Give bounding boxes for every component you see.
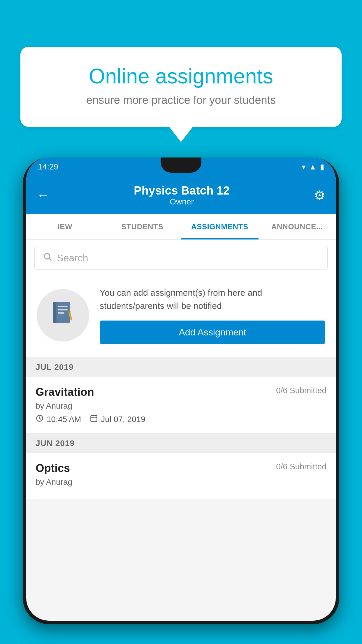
app-header: ← Physics Batch 12 Owner ⚙ xyxy=(26,176,336,214)
assignment-row-top-optics: Optics 0/6 Submitted xyxy=(36,462,326,475)
phone-container: 14:29 ▾ ▲ ▮ ← Physics Batch 12 Owner ⚙ xyxy=(23,158,339,644)
signal-icon: ▲ xyxy=(309,162,317,172)
section-label-jun: JUN 2019 xyxy=(36,439,75,448)
status-bar: 14:29 ▾ ▲ ▮ xyxy=(26,158,336,176)
assignment-optics[interactable]: Optics 0/6 Submitted by Anurag xyxy=(26,453,336,499)
search-bar[interactable]: Search xyxy=(34,246,328,270)
speech-bubble-container: Online assignments ensure more practice … xyxy=(20,47,342,127)
notch xyxy=(161,158,201,173)
calendar-icon xyxy=(90,414,98,424)
promo-description: You can add assignment(s) from here and … xyxy=(100,286,325,312)
tab-announcements[interactable]: ANNOUNCE... xyxy=(259,214,336,239)
assignment-row-top: Gravitation 0/6 Submitted xyxy=(36,386,326,398)
settings-button[interactable]: ⚙ xyxy=(314,188,325,203)
batch-title: Physics Batch 12 xyxy=(134,184,230,197)
header-center: Physics Batch 12 Owner xyxy=(134,184,230,206)
volume-down-button xyxy=(23,332,23,362)
clock-icon xyxy=(36,414,44,424)
assignment-submitted-gravitation: 0/6 Submitted xyxy=(276,386,326,395)
svg-point-0 xyxy=(44,253,50,259)
battery-icon: ▮ xyxy=(320,162,324,172)
back-button[interactable]: ← xyxy=(37,188,50,202)
tab-iew[interactable]: IEW xyxy=(26,214,104,239)
section-label-jul: JUL 2019 xyxy=(36,363,73,372)
svg-rect-5 xyxy=(58,309,68,311)
search-placeholder: Search xyxy=(57,252,88,264)
phone-screen: 14:29 ▾ ▲ ▮ ← Physics Batch 12 Owner ⚙ xyxy=(26,158,336,621)
bubble-subtitle: ensure more practice for your students xyxy=(41,94,321,106)
svg-rect-6 xyxy=(58,312,64,314)
tab-students[interactable]: STUDENTS xyxy=(104,214,181,239)
assignment-time-gravitation: 10:45 AM xyxy=(36,414,81,424)
time-label: 10:45 AM xyxy=(47,415,81,424)
add-assignment-button[interactable]: Add Assignment xyxy=(100,321,325,344)
mute-button xyxy=(23,268,23,286)
assignment-date-gravitation: Jul 07, 2019 xyxy=(90,414,145,424)
tab-assignments[interactable]: ASSIGNMENTS xyxy=(181,214,259,239)
assignment-gravitation[interactable]: Gravitation 0/6 Submitted by Anurag 10:4… xyxy=(26,377,336,433)
date-label: Jul 07, 2019 xyxy=(101,415,145,424)
notebook-icon xyxy=(50,299,76,331)
assignment-author-gravitation: by Anurag xyxy=(36,401,326,411)
promo-content: You can add assignment(s) from here and … xyxy=(100,286,325,344)
volume-up-button xyxy=(23,298,23,327)
svg-rect-3 xyxy=(53,302,56,323)
power-button xyxy=(339,332,339,356)
status-time: 14:29 xyxy=(38,162,58,172)
section-jul-2019: JUL 2019 xyxy=(26,357,336,377)
assignment-submitted-optics: 0/6 Submitted xyxy=(276,462,326,471)
phone-frame: 14:29 ▾ ▲ ▮ ← Physics Batch 12 Owner ⚙ xyxy=(23,158,339,624)
tabs-container: IEW STUDENTS ASSIGNMENTS ANNOUNCE... xyxy=(26,214,336,240)
promo-icon-circle xyxy=(37,289,89,342)
search-icon xyxy=(43,252,52,264)
assignment-meta-gravitation: 10:45 AM Jul 07, 2019 xyxy=(36,414,326,424)
search-container: Search xyxy=(26,240,336,276)
assignment-author-optics: by Anurag xyxy=(36,477,326,487)
wifi-icon: ▾ xyxy=(302,162,305,172)
promo-card: You can add assignment(s) from here and … xyxy=(26,276,336,357)
assignment-title-optics: Optics xyxy=(36,462,70,475)
speech-bubble: Online assignments ensure more practice … xyxy=(20,47,342,127)
svg-line-1 xyxy=(49,258,51,260)
svg-rect-4 xyxy=(58,306,68,307)
bubble-title: Online assignments xyxy=(41,64,321,88)
section-jun-2019: JUN 2019 xyxy=(26,433,336,453)
assignment-title-gravitation: Gravitation xyxy=(36,386,94,398)
status-icons: ▾ ▲ ▮ xyxy=(302,162,324,172)
svg-rect-10 xyxy=(91,416,97,422)
batch-subtitle: Owner xyxy=(134,197,230,206)
